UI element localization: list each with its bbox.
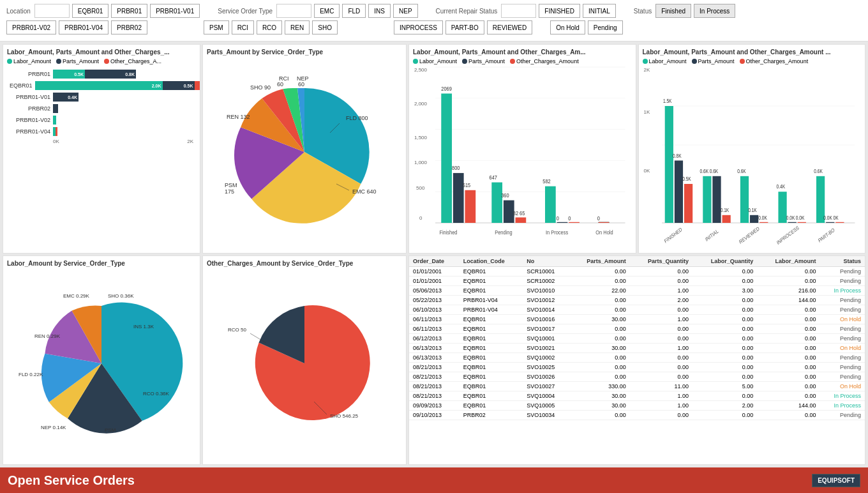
- filter-btn-prbr01[interactable]: PRBR01: [111, 4, 147, 18]
- filter-btn-prbr01v04[interactable]: PRBR01-V04: [59, 20, 108, 34]
- table-cell-5-4: 1.00: [630, 315, 692, 324]
- table-cell-15-5: 0.00: [692, 411, 757, 420]
- filter-btn-prbr01v01[interactable]: PRBR01-V01: [150, 4, 200, 18]
- vbar1-legend-labor-label: Labor_Amount: [419, 58, 457, 64]
- vbar1-legend-labor-dot: [413, 59, 418, 64]
- table-cell-5-3: 30.00: [569, 315, 630, 324]
- svg-rect-43: [703, 176, 711, 223]
- svg-text:Pending: Pending: [495, 229, 512, 236]
- svg-text:RCO 50: RCO 50: [228, 327, 246, 333]
- table-cell-9-6: 0.00: [757, 353, 819, 363]
- repair-input[interactable]: [501, 4, 536, 18]
- filter-btn-emc[interactable]: EMC: [314, 4, 340, 18]
- table-cell-3-4: 2.00: [630, 296, 692, 305]
- hbar-prbr01-labor: 0.5K: [53, 70, 85, 79]
- hbar-label-prbr02: PRBR02: [10, 105, 53, 112]
- filter-bar: Location EQBR01 PRBR01 PRBR01-V01 Servic…: [0, 0, 868, 42]
- filter-btn-pending[interactable]: Pending: [588, 20, 623, 34]
- filter-btn-reviewed[interactable]: REVIEWED: [487, 20, 532, 34]
- legend-parts-dot: [56, 59, 61, 64]
- col-location-code: Location_Code: [460, 256, 523, 267]
- table-cell-15-7: Pending: [820, 411, 865, 420]
- filter-btn-psm[interactable]: PSM: [204, 20, 229, 34]
- table-cell-8-0: 06/13/2013: [409, 344, 460, 353]
- table-cell-13-6: 0.00: [757, 391, 819, 401]
- svg-text:0K: 0K: [833, 215, 838, 221]
- hbar-prbr01v01-parts: 0.4K: [53, 93, 79, 102]
- table-row: 06/13/2013EQBR01SVQ100020.000.000.000.00…: [409, 353, 865, 363]
- filter-btn-inprocess-repair[interactable]: INPROCESS: [394, 20, 443, 34]
- svg-text:515: 515: [463, 181, 471, 188]
- filter-btn-eqbr01[interactable]: EQBR01: [72, 4, 108, 18]
- repair-status-filter: Current Repair Status FINISHED INITIAL: [436, 4, 616, 18]
- vbar2-yaxis-2k: 2K: [644, 67, 650, 73]
- table-cell-14-6: 144.00: [757, 401, 819, 411]
- table-row: 06/10/2013PRBR01-V04SVO100140.000.000.00…: [409, 305, 865, 315]
- filter-btn-sho[interactable]: SHO: [312, 20, 338, 34]
- legend-labor-dot: [7, 59, 12, 64]
- filter-btn-prbr01v02[interactable]: PRBR01-V02: [6, 20, 56, 34]
- filter-btn-ren[interactable]: REN: [285, 20, 310, 34]
- svg-rect-29: [599, 222, 610, 223]
- filter-btn-nep[interactable]: NEP: [393, 4, 418, 18]
- table-cell-10-4: 0.00: [630, 363, 692, 372]
- pie3-chart-title: Other_Charges_Amount by Service_Order_Ty…: [207, 260, 402, 267]
- svg-text:PSM: PSM: [105, 427, 116, 433]
- svg-text:0.6K: 0.6K: [737, 168, 746, 174]
- table-cell-4-5: 0.00: [692, 305, 757, 315]
- svg-text:SHO 0.36K: SHO 0.36K: [108, 293, 134, 299]
- table-scroll[interactable]: Order_Date Location_Code No Parts_Amount…: [409, 256, 865, 464]
- app-title: Open Service Orders: [8, 473, 135, 488]
- service-input[interactable]: [276, 4, 311, 18]
- vbar1-legend-labor: Labor_Amount: [413, 58, 457, 64]
- table-cell-1-2: SCR10002: [523, 277, 569, 286]
- table-row: 06/11/2013EQBR01SVO1001630.001.000.000.0…: [409, 315, 865, 324]
- vbar1-legend-parts-dot: [462, 59, 467, 64]
- table-cell-5-6: 0.00: [757, 315, 819, 324]
- svg-text:0.0K: 0.0K: [758, 215, 767, 221]
- filter-btn-partbo[interactable]: PART-BO: [445, 20, 484, 34]
- vbar1-legend-parts: Parts_Amount: [462, 58, 505, 64]
- table-cell-3-7: Pending: [820, 296, 865, 305]
- table-cell-13-2: SVQ10004: [523, 391, 569, 401]
- vbar1-legend-parts-label: Parts_Amount: [468, 58, 505, 64]
- col-labor-qty: Labor_Quantity: [692, 256, 757, 267]
- svg-text:0.0K: 0.0K: [786, 215, 795, 221]
- table-cell-8-3: 30.00: [569, 344, 630, 353]
- filter-btn-initial[interactable]: INITIAL: [583, 4, 616, 18]
- filter-btn-prbr02[interactable]: PRBR02: [111, 20, 147, 34]
- svg-text:RCO 0.36K: RCO 0.36K: [143, 391, 170, 397]
- vbar1-yaxis-0: 0: [419, 215, 422, 221]
- svg-text:NEP 0.14K: NEP 0.14K: [41, 425, 66, 430]
- table-cell-2-1: EQBR01: [460, 286, 523, 296]
- table-cell-15-2: SVO10034: [523, 411, 569, 420]
- filter-btn-rco[interactable]: RCO: [257, 20, 282, 34]
- svg-text:647: 647: [490, 174, 498, 181]
- table-cell-14-4: 1.00: [630, 401, 692, 411]
- filter-btn-ins[interactable]: INS: [368, 4, 391, 18]
- pie1-label-fld: FLD 800: [346, 115, 368, 121]
- table-cell-0-2: SCR10001: [523, 267, 569, 277]
- svg-text:360: 360: [501, 192, 509, 199]
- svg-text:INITIAL: INITIAL: [704, 228, 719, 243]
- table-cell-1-0: 01/01/2001: [409, 277, 460, 286]
- table-cell-3-6: 144.00: [757, 296, 819, 305]
- filter-btn-inprocess-status[interactable]: In Process: [694, 4, 735, 18]
- hbar-label-prbr01v01: PRBR01-V01: [10, 94, 53, 100]
- svg-text:0.6K: 0.6K: [709, 168, 718, 174]
- vbar2-svg: 1.5K 0.8K 0.5K 0.6K 0.6K 0.1K 0.6K: [662, 67, 855, 223]
- table-cell-12-3: 330.00: [569, 382, 630, 391]
- filter-btn-rci[interactable]: RCI: [232, 20, 254, 34]
- filter-btn-finished-status[interactable]: Finished: [655, 4, 691, 18]
- vbar2-legend-labor-dot: [643, 59, 648, 64]
- bottom-bar: Open Service Orders EQUIPSOFT: [0, 467, 868, 493]
- table-cell-12-0: 08/21/2013: [409, 382, 460, 391]
- location-input[interactable]: [34, 4, 70, 18]
- filter-btn-onhold[interactable]: On Hold: [550, 20, 585, 34]
- table-cell-10-5: 0.00: [692, 363, 757, 372]
- table-cell-8-1: EQBR01: [460, 344, 523, 353]
- table-cell-9-4: 0.00: [630, 353, 692, 363]
- filter-btn-fld[interactable]: FLD: [342, 4, 366, 18]
- vbar1-chart-title: Labor_Amount, Parts_Amount and Other_Cha…: [413, 49, 632, 56]
- filter-btn-finished-repair[interactable]: FINISHED: [539, 4, 580, 18]
